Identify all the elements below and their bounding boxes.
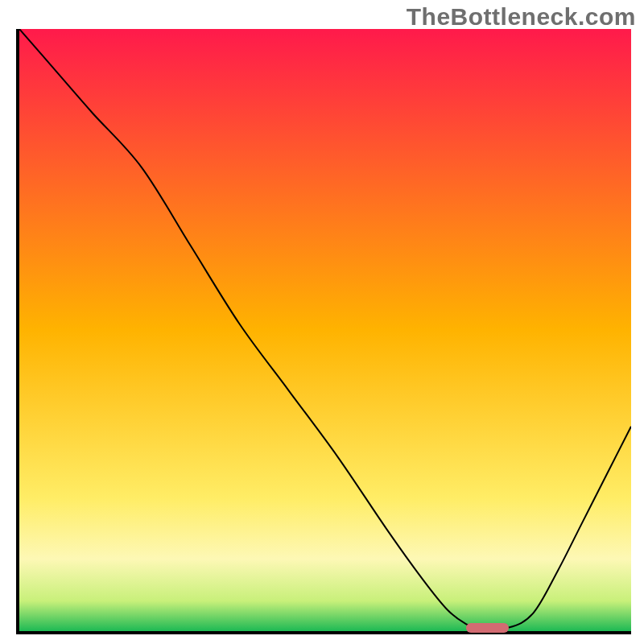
watermark-text: TheBottleneck.com <box>407 3 636 31</box>
plot-area <box>16 29 631 634</box>
chart-frame: TheBottleneck.com <box>0 0 644 644</box>
chart-svg <box>19 29 631 631</box>
optimal-range-marker <box>466 623 509 633</box>
gradient-background <box>19 29 631 631</box>
